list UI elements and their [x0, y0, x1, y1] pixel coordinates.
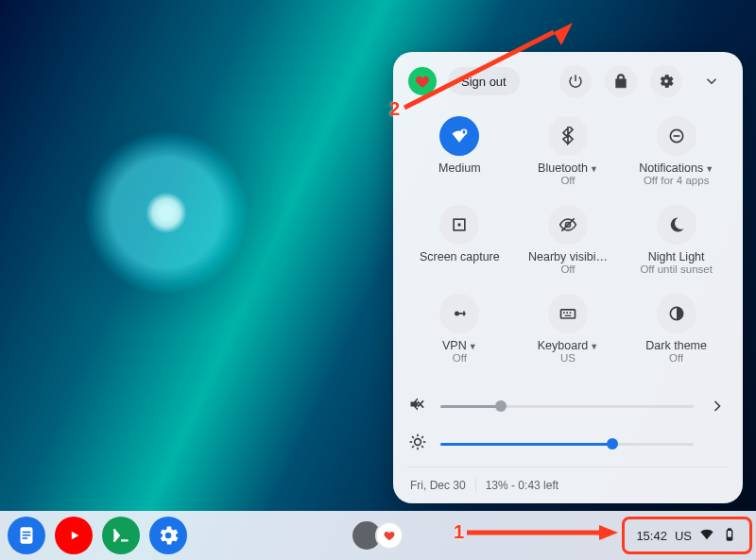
vpn-icon [439, 294, 479, 333]
tile-label: Nearby visibi… [528, 250, 608, 263]
app-terminal[interactable] [102, 517, 140, 554]
wifi-icon [439, 116, 479, 156]
shelf-avatar-white[interactable] [375, 521, 404, 550]
tile-label: Notifications▼ [639, 161, 713, 175]
nightlight-icon [657, 205, 696, 245]
tile-sub: Off [669, 352, 683, 364]
app-youtube[interactable] [55, 517, 93, 554]
power-button[interactable] [559, 65, 592, 97]
volume-mute-icon[interactable] [408, 395, 427, 417]
tile-dark[interactable]: Dark themeOff [625, 288, 728, 371]
svg-rect-33 [728, 537, 731, 539]
svg-line-22 [412, 436, 414, 438]
tile-sub: Off [560, 175, 575, 186]
tile-label: VPN▼ [442, 339, 477, 352]
svg-rect-12 [563, 312, 565, 314]
footer-date: Fri, Dec 30 [410, 479, 466, 492]
collapse-button[interactable] [696, 65, 728, 97]
svg-point-5 [458, 223, 461, 226]
app-settings[interactable] [149, 517, 187, 554]
status-time: 15:42 [636, 529, 667, 543]
keyboard-icon [548, 294, 588, 333]
svg-rect-28 [23, 535, 31, 536]
tile-label: Dark theme [645, 339, 707, 352]
volume-slider[interactable] [440, 405, 694, 408]
svg-line-23 [421, 446, 423, 448]
svg-rect-10 [463, 312, 465, 316]
status-keyboard: US [675, 529, 692, 543]
svg-rect-15 [565, 315, 572, 316]
tile-label: Keyboard▼ [538, 339, 598, 352]
user-avatar[interactable] [408, 67, 437, 95]
tile-capture[interactable]: Screen capture [408, 199, 511, 282]
tile-label: Medium [438, 161, 480, 175]
svg-marker-30 [72, 532, 79, 540]
app-google-docs[interactable] [8, 517, 45, 554]
volume-row [408, 387, 728, 425]
svg-line-25 [421, 436, 423, 438]
footer-battery-text[interactable]: 13% - 0:43 left [486, 479, 558, 492]
audio-settings-arrow-icon[interactable] [707, 397, 728, 416]
tile-sub: Off [560, 263, 575, 275]
sign-out-button[interactable]: Sign out [448, 67, 520, 95]
shelf: 15:42 US [0, 511, 756, 560]
brightness-row [408, 425, 728, 463]
tile-wifi[interactable]: Medium [408, 110, 511, 194]
quick-settings-panel: Sign out MediumBluetooth▼OffNotification… [393, 52, 743, 503]
svg-rect-32 [729, 529, 731, 530]
battery-icon [722, 527, 737, 545]
panel-footer: Fri, Dec 30 13% - 0:43 left [408, 471, 728, 494]
tile-dnd[interactable]: Notifications▼Off for 4 apps [625, 110, 728, 194]
tile-label: Night Light [648, 250, 705, 263]
visibility-off-icon [548, 205, 588, 245]
tile-sub: Off [453, 352, 467, 364]
tile-sub: US [560, 352, 576, 364]
tile-bluetooth[interactable]: Bluetooth▼Off [517, 110, 620, 194]
tile-nightlight[interactable]: Night LightOff until sunset [625, 199, 728, 282]
tile-label: Screen capture [420, 250, 500, 263]
panel-header: Sign out [408, 65, 728, 97]
svg-rect-29 [23, 537, 27, 539]
tile-sub: Off for 4 apps [644, 175, 709, 186]
svg-point-17 [415, 439, 421, 446]
svg-rect-11 [560, 310, 575, 318]
footer-divider [475, 479, 476, 492]
tile-visibility-off[interactable]: Nearby visibi…Off [517, 199, 620, 282]
svg-rect-1 [463, 131, 466, 134]
svg-rect-27 [23, 532, 31, 534]
tile-vpn[interactable]: VPN▼Off [408, 288, 511, 371]
tile-sub: Off until sunset [640, 263, 713, 275]
svg-rect-13 [566, 312, 568, 314]
wifi-icon [699, 527, 714, 545]
bluetooth-icon [548, 116, 588, 156]
settings-button[interactable] [650, 65, 682, 97]
dnd-icon [657, 116, 696, 156]
dark-icon [657, 294, 696, 333]
lock-button[interactable] [605, 65, 637, 97]
brightness-icon [408, 433, 427, 455]
brightness-slider[interactable] [440, 443, 694, 446]
svg-line-24 [412, 446, 414, 448]
capture-icon [439, 205, 479, 245]
tile-keyboard[interactable]: Keyboard▼US [517, 288, 620, 371]
tile-label: Bluetooth▼ [538, 161, 598, 175]
status-area[interactable]: 15:42 US [627, 519, 747, 552]
divider [406, 467, 730, 467]
quick-settings-grid: MediumBluetooth▼OffNotifications▼Off for… [408, 110, 728, 371]
svg-rect-14 [570, 312, 572, 314]
